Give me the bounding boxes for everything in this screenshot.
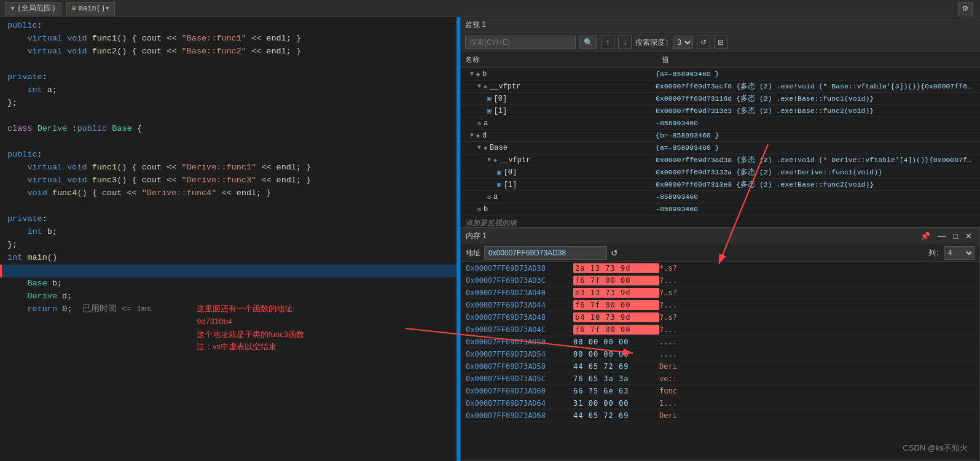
- mem-ascii: ?.s?: [659, 313, 677, 322]
- gear-btn[interactable]: ⚙: [958, 2, 973, 15]
- mem-addr: 0x00007FF69D73AD40: [466, 289, 573, 297]
- code-line: class Derive :public Base {: [0, 123, 457, 136]
- mem-bytes: 44 65 72 69: [573, 411, 659, 420]
- expand-icon-vfptr-d[interactable]: ▼: [487, 157, 491, 163]
- collapse-btn[interactable]: ⊟: [714, 36, 727, 49]
- expand-icon-base[interactable]: ▼: [477, 144, 481, 151]
- watch-value-a-b: -858993460: [656, 119, 975, 127]
- watch-value-b: {a=-858993460 }: [656, 70, 975, 78]
- mem-addr: 0x00007FF69D73AD48: [466, 313, 573, 322]
- watch-value-a-d: -858993460: [656, 193, 975, 201]
- code-line: };: [0, 97, 457, 110]
- memory-close-btn[interactable]: ✕: [963, 230, 974, 242]
- mem-addr: 0x00007FF69D73AD3C: [466, 276, 573, 285]
- watch-name-a-d: ◇ a: [465, 193, 656, 201]
- mem-ascii: ....: [659, 350, 677, 358]
- col-label: 列:: [928, 248, 940, 258]
- mem-row-0: 0x00007FF69D73AD38 2a 13 73 9d *.s?: [461, 262, 979, 274]
- refresh-btn[interactable]: ↺: [697, 36, 710, 49]
- watch-value-base-d: {a=-858993460 }: [656, 144, 975, 152]
- watch-name-0-d: ▣ [0]: [465, 168, 656, 177]
- expand-icon[interactable]: ▼: [477, 83, 481, 90]
- main-area: public: virtual void func1() { cout << "…: [0, 17, 980, 461]
- func-arrow: ▾: [105, 4, 109, 13]
- depth-select[interactable]: 3: [673, 36, 693, 49]
- mem-bytes: b4 10 73 9d: [573, 312, 659, 322]
- memory-panel: 内存 1 📌 — □ ✕ 地址 ↺ 列: 4: [460, 228, 980, 461]
- code-line: int b;: [0, 226, 457, 239]
- watch-name-vfptr-d: ▼ ◈ __vfptr: [465, 156, 656, 165]
- scope-label: (全局范围): [17, 3, 55, 14]
- right-panel: 监视 1 🔍 ↑ ↓ 搜索深度: 3 ↺ ⊟ 名称 值: [460, 17, 980, 461]
- watch-name-1-d: ▣ [1]: [465, 180, 656, 189]
- mem-ascii: ?...: [659, 325, 677, 334]
- mem-addr: 0x00007FF69D73AD4C: [466, 325, 573, 334]
- mem-bytes: 44 65 72 69: [573, 362, 659, 371]
- mem-row-11: 0x00007FF69D73AD64 31 00 00 00 1...: [461, 397, 979, 409]
- code-line: private:: [0, 71, 457, 84]
- memory-minimize-btn[interactable]: —: [935, 230, 948, 242]
- memory-restore-btn[interactable]: □: [951, 230, 960, 242]
- watch-value-1-d: 0x00007ff69d7313e3 {多态 (2) .exe!Base::fu…: [656, 180, 975, 189]
- watch-row-0-d[interactable]: ▣ [0] 0x00007ff69d73132a {多态 (2) .exe!De…: [460, 166, 980, 179]
- mem-row-10: 0x00007FF69D73AD60 66 75 6e 63 func: [461, 385, 979, 397]
- watch-name-d: ▼ ◈ d: [465, 131, 656, 140]
- mem-ascii: ?.s?: [659, 289, 677, 297]
- mem-row-5: 0x00007FF69D73AD4C f6 7f 00 00 ?...: [461, 323, 979, 336]
- expand-icon-d[interactable]: ▼: [470, 132, 474, 139]
- func-dropdown[interactable]: ⊕ main() ▾: [66, 2, 116, 15]
- mem-bytes: 76 65 3a 3a: [573, 374, 659, 383]
- code-content: public: virtual void func1() { cout << "…: [0, 17, 457, 319]
- watch-value-d: {b=-858993460 }: [656, 131, 975, 139]
- watch-row-1-b[interactable]: ▣ [1] 0x00007ff69d7313e3 {多态 (2) .exe!Ba…: [460, 105, 980, 117]
- scope-dropdown[interactable]: ▾ (全局范围): [5, 2, 61, 15]
- code-line: private:: [0, 213, 457, 226]
- search-up-btn[interactable]: ↑: [601, 36, 614, 49]
- search-input[interactable]: [465, 36, 576, 49]
- mem-row-4: 0x00007FF69D73AD48 b4 10 73 9d ?.s?: [461, 311, 979, 323]
- mem-ascii: 1...: [659, 399, 677, 408]
- add-watch-row[interactable]: 添加要监视的项: [460, 215, 980, 227]
- watch-value-0-b: 0x00007ff69d73116d {多态 (2) .exe!Base::fu…: [656, 94, 975, 103]
- watch-row-d[interactable]: ▼ ◈ d {b=-858993460 }: [460, 130, 980, 142]
- watch-row-b[interactable]: ▼ ◈ b {a=-858993460 }: [460, 68, 980, 80]
- watch-row-b-d[interactable]: ◇ b -858993460: [460, 203, 980, 215]
- search-button[interactable]: 🔍: [579, 36, 597, 49]
- memory-controls: 📌 — □ ✕: [918, 230, 974, 242]
- code-line: void func4() { cout << "Derive::func4" <…: [0, 187, 457, 200]
- mem-bytes: f6 7f 00 00: [573, 325, 659, 335]
- code-line: int a;: [0, 84, 457, 97]
- mem-addr: 0x00007FF69D73AD38: [466, 264, 573, 273]
- watch-panel: 监视 1 🔍 ↑ ↓ 搜索深度: 3 ↺ ⊟ 名称 值: [460, 17, 980, 228]
- watch-row-0-b[interactable]: ▣ [0] 0x00007ff69d73116d {多态 (2) .exe!Ba…: [460, 93, 980, 105]
- watch-name-b-d: ◇ b: [465, 205, 656, 214]
- memory-pin-btn[interactable]: 📌: [918, 230, 933, 242]
- code-line: virtual void func2() { cout << "Base::fu…: [0, 45, 457, 58]
- mem-ascii: ?...: [659, 276, 677, 285]
- annotation-line4: 注：vs中虚表以空结束: [197, 341, 304, 354]
- mem-addr: 0x00007FF69D73AD50: [466, 338, 573, 346]
- address-refresh-btn[interactable]: ↺: [611, 248, 618, 258]
- watch-value-vfptr-b: 0x00007ff69d73acf8 {多态 (2) .exe!void (* …: [656, 82, 975, 91]
- watch-row-a-b[interactable]: ◇ a -858993460: [460, 117, 980, 130]
- watch-row-vfptr-d[interactable]: ▼ ◈ __vfptr 0x00007ff69d73ad38 {多态 (2) .…: [460, 154, 980, 166]
- mem-row-2: 0x00007FF69D73AD40 e3 13 73 9d ?.s?: [461, 287, 979, 299]
- mem-row-1: 0x00007FF69D73AD3C f6 7f 00 00 ?...: [461, 274, 979, 287]
- code-line: virtual void func1() { cout << "Base::fu…: [0, 33, 457, 45]
- expand-icon[interactable]: ▼: [470, 71, 474, 77]
- current-line: [0, 265, 457, 277]
- code-line: public:: [0, 149, 457, 161]
- memory-content: 0x00007FF69D73AD38 2a 13 73 9d *.s? 0x00…: [461, 262, 979, 460]
- memory-titlebar: 内存 1 📌 — □ ✕: [461, 228, 979, 244]
- code-line: Derive d;: [0, 290, 457, 303]
- mem-bytes: 2a 13 73 9d: [573, 263, 659, 273]
- watch-row-vfptr-b[interactable]: ▼ ◈ __vfptr 0x00007ff69d73acf8 {多态 (2) .…: [460, 80, 980, 93]
- watch-name-a: ◇ a: [465, 119, 656, 128]
- watch-row-a-d[interactable]: ◇ a -858993460: [460, 191, 980, 203]
- search-down-btn[interactable]: ↓: [618, 36, 632, 49]
- col-select[interactable]: 4: [944, 246, 974, 260]
- address-input[interactable]: [484, 246, 607, 260]
- watch-row-base-d[interactable]: ▼ ◈ Base {a=-858993460 }: [460, 142, 980, 154]
- mem-addr: 0x00007FF69D73AD60: [466, 387, 573, 395]
- watch-row-1-d[interactable]: ▣ [1] 0x00007ff69d7313e3 {多态 (2) .exe!Ba…: [460, 179, 980, 191]
